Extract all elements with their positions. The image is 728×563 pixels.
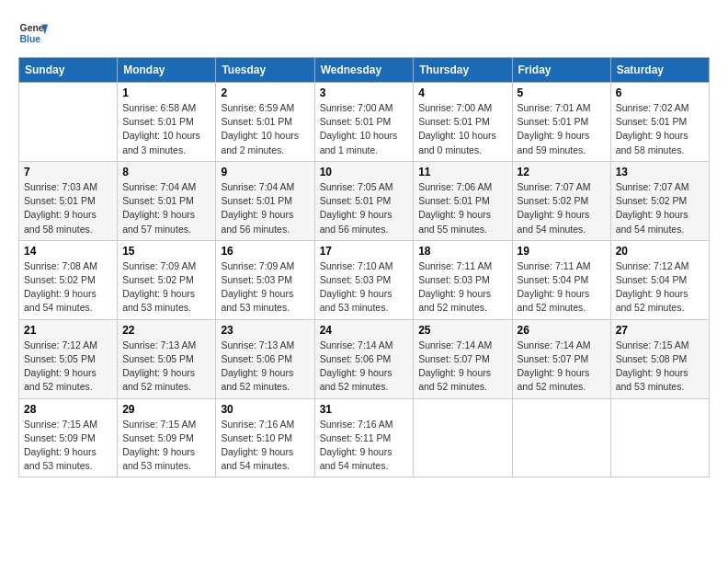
day-number: 30 xyxy=(221,403,309,416)
day-info: Sunrise: 7:04 AM Sunset: 5:01 PM Dayligh… xyxy=(221,180,309,236)
day-info: Sunrise: 7:07 AM Sunset: 5:02 PM Dayligh… xyxy=(616,180,704,236)
calendar-cell xyxy=(19,83,118,162)
calendar-cell: 11Sunrise: 7:06 AM Sunset: 5:01 PM Dayli… xyxy=(414,161,512,240)
calendar-cell xyxy=(610,398,709,477)
day-info: Sunrise: 7:15 AM Sunset: 5:09 PM Dayligh… xyxy=(24,418,112,474)
calendar-cell: 13Sunrise: 7:07 AM Sunset: 5:02 PM Dayli… xyxy=(610,161,709,240)
day-number: 21 xyxy=(24,324,112,337)
header-thursday: Thursday xyxy=(414,58,512,83)
day-info: Sunrise: 7:10 AM Sunset: 5:03 PM Dayligh… xyxy=(320,259,409,316)
day-info: Sunrise: 7:12 AM Sunset: 5:04 PM Dayligh… xyxy=(616,259,704,316)
day-info: Sunrise: 7:02 AM Sunset: 5:01 PM Dayligh… xyxy=(616,101,704,157)
day-info: Sunrise: 7:00 AM Sunset: 5:01 PM Dayligh… xyxy=(320,101,409,157)
calendar-cell: 25Sunrise: 7:14 AM Sunset: 5:07 PM Dayli… xyxy=(414,319,512,398)
day-info: Sunrise: 7:07 AM Sunset: 5:02 PM Dayligh… xyxy=(518,180,606,236)
calendar-cell: 3Sunrise: 7:00 AM Sunset: 5:01 PM Daylig… xyxy=(314,83,414,162)
day-info: Sunrise: 7:13 AM Sunset: 5:06 PM Dayligh… xyxy=(221,339,309,395)
calendar-cell: 15Sunrise: 7:09 AM Sunset: 5:02 PM Dayli… xyxy=(118,240,216,319)
day-number: 28 xyxy=(24,403,112,416)
calendar-cell: 5Sunrise: 7:01 AM Sunset: 5:01 PM Daylig… xyxy=(512,83,610,162)
calendar-cell: 28Sunrise: 7:15 AM Sunset: 5:09 PM Dayli… xyxy=(19,398,118,477)
calendar-week-3: 14Sunrise: 7:08 AM Sunset: 5:02 PM Dayli… xyxy=(19,240,710,319)
svg-text:Blue: Blue xyxy=(20,34,41,44)
day-number: 31 xyxy=(320,403,409,416)
day-number: 17 xyxy=(320,245,409,258)
day-info: Sunrise: 7:11 AM Sunset: 5:03 PM Dayligh… xyxy=(418,259,506,316)
calendar-cell: 18Sunrise: 7:11 AM Sunset: 5:03 PM Dayli… xyxy=(414,240,512,319)
calendar-cell: 19Sunrise: 7:11 AM Sunset: 5:04 PM Dayli… xyxy=(512,240,610,319)
day-info: Sunrise: 7:06 AM Sunset: 5:01 PM Dayligh… xyxy=(418,180,506,236)
day-number: 25 xyxy=(418,324,506,337)
calendar-cell: 20Sunrise: 7:12 AM Sunset: 5:04 PM Dayli… xyxy=(610,240,709,319)
calendar-cell: 16Sunrise: 7:09 AM Sunset: 5:03 PM Dayli… xyxy=(216,240,314,319)
day-info: Sunrise: 7:14 AM Sunset: 5:07 PM Dayligh… xyxy=(418,339,506,395)
day-info: Sunrise: 7:08 AM Sunset: 5:02 PM Dayligh… xyxy=(24,259,112,316)
day-info: Sunrise: 7:09 AM Sunset: 5:03 PM Dayligh… xyxy=(221,259,309,316)
day-info: Sunrise: 7:14 AM Sunset: 5:06 PM Dayligh… xyxy=(320,339,409,395)
day-number: 24 xyxy=(320,324,409,337)
header-monday: Monday xyxy=(118,58,216,83)
calendar-cell: 17Sunrise: 7:10 AM Sunset: 5:03 PM Dayli… xyxy=(314,240,414,319)
calendar-cell: 27Sunrise: 7:15 AM Sunset: 5:08 PM Dayli… xyxy=(610,319,709,398)
day-info: Sunrise: 7:16 AM Sunset: 5:10 PM Dayligh… xyxy=(221,418,309,474)
day-number: 8 xyxy=(122,166,210,178)
logo: General Blue xyxy=(18,18,48,48)
page-header: General Blue xyxy=(18,18,710,48)
header-sunday: Sunday xyxy=(19,58,118,83)
calendar-cell xyxy=(512,398,610,477)
day-number: 20 xyxy=(616,245,704,258)
day-number: 10 xyxy=(320,166,409,178)
day-number: 1 xyxy=(122,86,210,99)
day-number: 29 xyxy=(122,403,210,416)
day-number: 6 xyxy=(616,86,704,99)
calendar-cell: 1Sunrise: 6:58 AM Sunset: 5:01 PM Daylig… xyxy=(118,83,216,162)
day-info: Sunrise: 7:01 AM Sunset: 5:01 PM Dayligh… xyxy=(518,101,606,157)
day-info: Sunrise: 7:13 AM Sunset: 5:05 PM Dayligh… xyxy=(122,339,210,395)
calendar-cell: 8Sunrise: 7:04 AM Sunset: 5:01 PM Daylig… xyxy=(118,161,216,240)
calendar-cell: 24Sunrise: 7:14 AM Sunset: 5:06 PM Dayli… xyxy=(314,319,414,398)
day-info: Sunrise: 6:59 AM Sunset: 5:01 PM Dayligh… xyxy=(221,101,309,157)
calendar-cell: 30Sunrise: 7:16 AM Sunset: 5:10 PM Dayli… xyxy=(216,398,314,477)
header-tuesday: Tuesday xyxy=(216,58,314,83)
day-number: 9 xyxy=(221,166,309,178)
calendar-cell: 31Sunrise: 7:16 AM Sunset: 5:11 PM Dayli… xyxy=(314,398,414,477)
calendar-header-row: SundayMondayTuesdayWednesdayThursdayFrid… xyxy=(19,58,710,83)
day-info: Sunrise: 7:05 AM Sunset: 5:01 PM Dayligh… xyxy=(320,180,409,236)
calendar-week-5: 28Sunrise: 7:15 AM Sunset: 5:09 PM Dayli… xyxy=(19,398,710,477)
calendar-cell: 7Sunrise: 7:03 AM Sunset: 5:01 PM Daylig… xyxy=(19,161,118,240)
calendar-cell: 29Sunrise: 7:15 AM Sunset: 5:09 PM Dayli… xyxy=(118,398,216,477)
day-info: Sunrise: 7:15 AM Sunset: 5:09 PM Dayligh… xyxy=(122,418,210,474)
day-info: Sunrise: 7:00 AM Sunset: 5:01 PM Dayligh… xyxy=(418,101,506,157)
calendar-cell: 9Sunrise: 7:04 AM Sunset: 5:01 PM Daylig… xyxy=(216,161,314,240)
calendar-cell: 12Sunrise: 7:07 AM Sunset: 5:02 PM Dayli… xyxy=(512,161,610,240)
day-number: 12 xyxy=(518,166,606,178)
calendar-cell: 2Sunrise: 6:59 AM Sunset: 5:01 PM Daylig… xyxy=(216,83,314,162)
day-number: 15 xyxy=(122,245,210,258)
calendar-cell xyxy=(414,398,512,477)
day-number: 22 xyxy=(122,324,210,337)
day-info: Sunrise: 7:16 AM Sunset: 5:11 PM Dayligh… xyxy=(320,418,409,474)
day-number: 5 xyxy=(518,86,606,99)
day-number: 19 xyxy=(518,245,606,258)
header-saturday: Saturday xyxy=(610,58,709,83)
header-wednesday: Wednesday xyxy=(314,58,414,83)
day-info: Sunrise: 7:15 AM Sunset: 5:08 PM Dayligh… xyxy=(616,339,704,395)
day-info: Sunrise: 7:09 AM Sunset: 5:02 PM Dayligh… xyxy=(122,259,210,316)
calendar-table: SundayMondayTuesdayWednesdayThursdayFrid… xyxy=(18,57,710,477)
day-info: Sunrise: 7:14 AM Sunset: 5:07 PM Dayligh… xyxy=(518,339,606,395)
header-friday: Friday xyxy=(512,58,610,83)
day-number: 26 xyxy=(518,324,606,337)
day-info: Sunrise: 7:11 AM Sunset: 5:04 PM Dayligh… xyxy=(518,259,606,316)
day-info: Sunrise: 7:12 AM Sunset: 5:05 PM Dayligh… xyxy=(24,339,112,395)
day-number: 18 xyxy=(418,245,506,258)
calendar-cell: 21Sunrise: 7:12 AM Sunset: 5:05 PM Dayli… xyxy=(19,319,118,398)
day-number: 11 xyxy=(418,166,506,178)
calendar-week-2: 7Sunrise: 7:03 AM Sunset: 5:01 PM Daylig… xyxy=(19,161,710,240)
day-number: 16 xyxy=(221,245,309,258)
calendar-cell: 14Sunrise: 7:08 AM Sunset: 5:02 PM Dayli… xyxy=(19,240,118,319)
calendar-cell: 26Sunrise: 7:14 AM Sunset: 5:07 PM Dayli… xyxy=(512,319,610,398)
day-number: 23 xyxy=(221,324,309,337)
day-number: 3 xyxy=(320,86,409,99)
day-info: Sunrise: 7:03 AM Sunset: 5:01 PM Dayligh… xyxy=(24,180,112,236)
calendar-cell: 10Sunrise: 7:05 AM Sunset: 5:01 PM Dayli… xyxy=(314,161,414,240)
